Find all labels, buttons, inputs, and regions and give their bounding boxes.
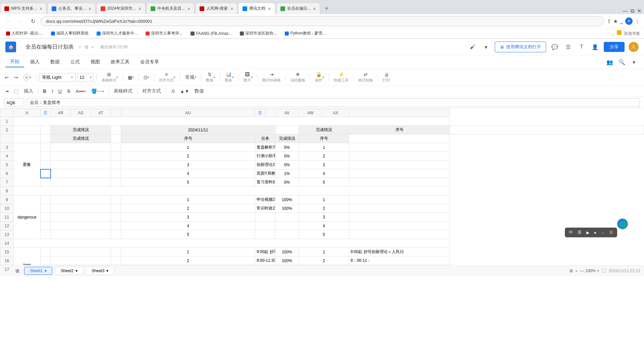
menu-item-formula[interactable]: 公式 (66, 57, 85, 67)
r9-rest[interactable] (349, 195, 450, 204)
table-style-label[interactable]: 表格样式 (112, 87, 135, 96)
r3-completed[interactable] (51, 143, 111, 152)
cell-format-button[interactable]: ▦ ▾ (126, 73, 136, 81)
decimal-point-button[interactable]: .0 (169, 87, 177, 95)
forward-button[interactable]: → (16, 16, 25, 26)
align-button[interactable]: ≡ 对齐方式 ▾ (157, 70, 177, 84)
grid-view-icon[interactable]: ⊞ (570, 268, 573, 273)
r8-empty[interactable] (14, 187, 450, 195)
extension-icon[interactable]: ⎯ (620, 18, 623, 24)
col-header-rest[interactable] (349, 109, 450, 117)
r3-seq2[interactable]: 1 (299, 143, 349, 152)
quick-tools-button[interactable]: ⚡ 快捷工具 (332, 70, 351, 84)
r9-seq2[interactable]: 1 (299, 195, 349, 204)
float-speed-btn[interactable]: 速 (608, 229, 614, 236)
r16-rest[interactable]: 9：00-11： (349, 256, 450, 265)
number-format-button[interactable]: ⇅ 数值 ▾ (204, 70, 217, 84)
r11-col-blank[interactable] (41, 213, 51, 222)
print-button[interactable]: 🖨 打印 (381, 70, 392, 84)
r2b-task[interactable]: 任务 (255, 134, 275, 143)
r2b-blank2[interactable] (111, 134, 121, 143)
user-add-icon[interactable]: 👤 (590, 42, 600, 52)
r6-rest[interactable] (349, 169, 450, 178)
r10-seq[interactable]: 2 (121, 204, 255, 213)
r11-rest[interactable] (349, 213, 450, 222)
float-play-btn[interactable]: ▶ (585, 230, 591, 236)
r4-blank2[interactable] (111, 152, 121, 161)
r5-completed[interactable] (51, 161, 111, 169)
r2-completed[interactable]: 完成情况 (51, 126, 111, 134)
strikethrough-button[interactable]: S (65, 87, 72, 95)
share-button[interactable]: 分享 (604, 42, 625, 52)
minimize-icon[interactable]: — (623, 8, 628, 14)
r16-col-blank[interactable] (41, 256, 51, 265)
undo-button[interactable]: ↩ (3, 73, 11, 81)
r12-pct[interactable] (275, 222, 299, 230)
col-header-ax[interactable]: AX (322, 109, 349, 117)
r7-seq2[interactable]: 5 (299, 178, 349, 187)
underline-button[interactable]: U (56, 87, 64, 95)
r2b-col-a[interactable] (14, 134, 41, 143)
r10-rest[interactable] (349, 204, 450, 213)
r3-task[interactable]: 复盘解析完粉笔模考题 (255, 143, 275, 152)
sheet-list-button[interactable]: ⊞ (13, 267, 21, 275)
brush-icon[interactable]: 🖌 (468, 42, 477, 52)
tab-sz2024[interactable]: 2024年深圳市... × (96, 3, 146, 14)
insert-more-button[interactable]: + ▾ (21, 73, 33, 82)
sheet-tab-1[interactable]: Sheet1 ▾ (24, 267, 52, 275)
r15-col-blank[interactable] (41, 248, 51, 256)
col-header-a[interactable]: A (14, 109, 41, 117)
bookmark-szrskp[interactable]: 深圳市人事考评... (144, 30, 184, 37)
r13-completed[interactable] (51, 230, 111, 239)
bookmark-rmw[interactable]: 人民时评--观点-... (4, 30, 45, 37)
bookmark-faang[interactable]: FAANG (FB,Amaz... (189, 31, 234, 37)
bold-button[interactable]: B (41, 87, 48, 95)
r2-col-blank2[interactable] (111, 126, 121, 134)
col-header-au[interactable]: AU (121, 109, 255, 117)
r13-task[interactable] (255, 230, 275, 239)
r13-pct[interactable] (275, 230, 299, 239)
r3-rest[interactable] (349, 143, 450, 152)
r3-7-label-aijang[interactable]: 爱酱 (14, 143, 41, 187)
r6-task[interactable]: 巩固Y局教我的 (255, 169, 275, 178)
tab-close-civil[interactable]: × (89, 6, 91, 11)
font-size-dropdown[interactable]: 12 ▾ (77, 73, 94, 82)
float-chinese-btn[interactable]: 中 (568, 229, 574, 236)
format-type-dropdown[interactable]: 常规 ▾ (183, 73, 198, 82)
r12-rest[interactable] (349, 222, 450, 230)
tab-close-rmw[interactable]: × (230, 6, 233, 11)
r2b-col-blank[interactable] (41, 134, 51, 143)
r15-seq[interactable]: 1 (121, 248, 255, 256)
r13-seq2[interactable]: 5 (299, 230, 349, 239)
r10-col-blank[interactable] (41, 204, 51, 213)
number-label-button[interactable]: 数值 (193, 87, 206, 96)
menu-item-insert[interactable]: 插入 (25, 57, 44, 67)
bookmark-fuda[interactable]: 福田人事招聘系统 (49, 30, 91, 37)
search-icon[interactable]: 🔍 (617, 57, 627, 67)
italic-button[interactable]: I (50, 87, 55, 95)
tab-close-sz2024[interactable]: × (139, 6, 141, 11)
r15-completed[interactable] (51, 248, 111, 256)
close-icon[interactable]: ✕ (637, 8, 641, 14)
tab-civil[interactable]: 公务员、事业... × (47, 3, 96, 14)
r6-completed[interactable] (51, 169, 111, 178)
sheet1-arrow[interactable]: ▾ (45, 268, 47, 273)
col-header-blank3[interactable]: ☰ (255, 109, 265, 117)
r14-empty[interactable] (14, 239, 450, 248)
check-icon[interactable]: ✓ (91, 44, 95, 50)
r4-pct[interactable]: 0% (275, 152, 299, 161)
comment-icon[interactable]: 💬 (550, 42, 559, 52)
zoom-in-button[interactable]: + (597, 268, 599, 273)
r2-seq[interactable]: 序号 (349, 126, 450, 134)
r6-blank2[interactable] (111, 169, 121, 178)
r16-task[interactable]: 9:00-11:30模拟卷+复盘（提速了）57 (255, 256, 275, 265)
r16-seq2[interactable]: 2 (299, 256, 349, 265)
bookmark-szlong[interactable]: 深圳市龙区政协... (238, 30, 279, 37)
row1-cell[interactable] (14, 117, 450, 126)
r16-blank2[interactable] (111, 256, 121, 265)
r15-seq2[interactable]: 1 (299, 248, 349, 256)
user-share-icon[interactable]: 👥 (605, 57, 614, 67)
r9-blank2[interactable] (111, 195, 121, 204)
r6-seq[interactable]: 4 (121, 169, 255, 178)
r12-completed[interactable] (51, 222, 111, 230)
